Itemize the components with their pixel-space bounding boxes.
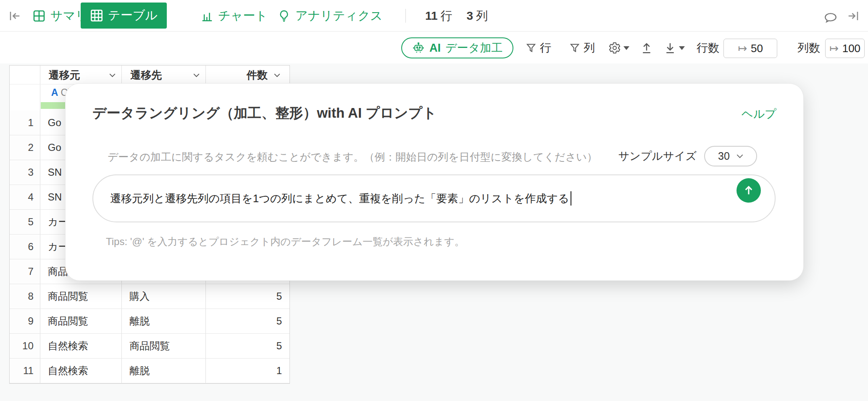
table-settings-button[interactable] — [608, 37, 629, 58]
summary-grid-icon — [32, 9, 46, 23]
upload-button[interactable] — [640, 37, 653, 58]
sample-size-value: 30 — [718, 150, 730, 162]
filter-columns-button[interactable]: 列 — [570, 37, 595, 58]
ai-button-prefix: AI — [429, 42, 441, 55]
tab-label: アナリティクス — [295, 8, 383, 24]
row-number[interactable]: 5 — [10, 210, 40, 234]
row-limit-input[interactable]: ↦ 50 — [723, 39, 777, 58]
cell-count[interactable]: 1 — [206, 359, 289, 383]
cell-transition-from[interactable]: 自然検索 — [40, 334, 122, 358]
modal-description: データの加工に関するタスクを頼むことができます。（例：開始日の列を日付型に変換し… — [108, 150, 597, 164]
divider — [405, 9, 406, 23]
gear-icon — [608, 42, 621, 54]
cell-transition-from[interactable]: 商品閲覧 — [40, 284, 122, 309]
maps-to-icon: ↦ — [738, 42, 747, 55]
comment-bubble-icon[interactable] — [823, 11, 838, 25]
tab-analytics[interactable]: アナリティクス — [277, 0, 383, 32]
table-row: 11自然検索離脱1 — [10, 359, 289, 383]
table-row: 8商品閲覧購入5 — [10, 284, 289, 309]
dimension-counts: 11 行 3 列 — [425, 0, 488, 32]
collapse-right-icon[interactable] — [847, 10, 860, 22]
chevron-down-icon[interactable] — [109, 73, 116, 77]
table-grid-icon — [90, 9, 103, 22]
submit-prompt-button[interactable] — [736, 178, 761, 203]
bar-chart-icon — [201, 10, 213, 22]
row-number[interactable]: 2 — [10, 135, 40, 160]
chevron-down-icon — [736, 154, 743, 158]
help-link[interactable]: ヘルプ — [742, 106, 776, 121]
cell-transition-from[interactable]: 商品閲覧 — [40, 309, 122, 333]
column-count: 3 列 — [467, 8, 488, 24]
row-number[interactable]: 7 — [10, 259, 40, 284]
column-limit-value: 100 — [842, 42, 860, 55]
row-number[interactable]: 6 — [10, 235, 40, 259]
app-window: サマリ テーブル チャート — [0, 0, 868, 401]
cell-transition-to[interactable]: 商品閲覧 — [122, 334, 205, 358]
maps-to-icon: ↦ — [829, 42, 839, 55]
column-limit-input[interactable]: ↦ 100 — [825, 39, 865, 58]
ai-wrangling-modal: データラングリング（加工、整形）with AI プロンプト ヘルプ データの加工… — [65, 83, 804, 281]
cell-transition-to[interactable]: 離脱 — [122, 309, 205, 333]
row-number[interactable]: 4 — [10, 185, 40, 209]
table-row: 10自然検索商品閲覧5 — [10, 334, 289, 359]
cell-count[interactable]: 5 — [206, 284, 289, 309]
ai-button-label: データ加工 — [445, 40, 502, 55]
table-header-row: 遷移元 遷移先 件数 — [10, 66, 289, 84]
ai-data-wrangling-button[interactable]: AI データ加工 — [401, 37, 513, 58]
download-icon — [664, 42, 676, 54]
modal-title: データラングリング（加工、整形）with AI プロンプト — [92, 104, 437, 123]
filter-columns-label: 列 — [584, 40, 595, 55]
funnel-icon — [570, 43, 580, 53]
download-button[interactable] — [664, 37, 685, 58]
sample-size-label: サンプルサイズ — [618, 149, 697, 164]
chevron-down-icon[interactable] — [274, 73, 280, 77]
sample-size-select[interactable]: 30 — [704, 146, 757, 166]
arrow-up-icon — [742, 184, 755, 197]
row-number[interactable]: 8 — [10, 284, 40, 309]
top-navigation-bar: サマリ テーブル チャート — [0, 0, 868, 32]
row-count: 11 行 — [425, 8, 452, 24]
row-number[interactable]: 9 — [10, 309, 40, 333]
cell-transition-to[interactable]: 離脱 — [122, 359, 205, 383]
corner-cell — [10, 84, 40, 111]
caret-down-icon — [623, 46, 629, 50]
row-number[interactable]: 1 — [10, 111, 40, 135]
tab-label: テーブル — [108, 7, 158, 24]
column-header-transition-from[interactable]: 遷移元 — [40, 66, 122, 84]
cell-transition-from[interactable]: 自然検索 — [40, 359, 122, 383]
lightbulb-icon — [277, 9, 291, 23]
tab-table[interactable]: テーブル — [81, 3, 167, 29]
chevron-down-icon[interactable] — [193, 73, 200, 77]
funnel-icon — [526, 43, 536, 53]
prompt-text-value: 遷移元列と遷移先列の項目を1つの列にまとめて、重複を削った「要素」のリストを作成… — [110, 191, 569, 206]
cell-count[interactable]: 5 — [206, 334, 289, 358]
row-limit-label: 行数 — [697, 37, 719, 58]
filter-rows-label: 行 — [540, 40, 551, 55]
robot-icon — [412, 42, 425, 54]
filter-rows-button[interactable]: 行 — [526, 37, 551, 58]
collapse-left-icon[interactable] — [8, 10, 21, 22]
ai-prompt-input[interactable]: 遷移元列と遷移先列の項目を1つの列にまとめて、重複を削った「要素」のリストを作成… — [92, 174, 776, 222]
row-number[interactable]: 10 — [10, 334, 40, 358]
tab-summary[interactable]: サマリ — [32, 0, 88, 32]
tab-label: チャート — [218, 8, 268, 24]
sample-size-group: サンプルサイズ 30 — [618, 146, 757, 166]
tab-chart[interactable]: チャート — [201, 0, 268, 32]
caret-down-icon — [679, 46, 685, 50]
row-number[interactable]: 3 — [10, 160, 40, 185]
type-letter: A — [51, 87, 58, 98]
column-header-transition-to[interactable]: 遷移先 — [122, 66, 205, 84]
corner-cell — [10, 66, 40, 84]
row-limit-value: 50 — [751, 42, 763, 55]
column-limit-label: 列数 — [797, 37, 820, 58]
table-row: 9商品閲覧離脱5 — [10, 309, 289, 334]
column-header-count[interactable]: 件数 — [206, 66, 289, 84]
cell-transition-to[interactable]: 購入 — [122, 284, 205, 309]
cell-count[interactable]: 5 — [206, 309, 289, 333]
text-cursor — [571, 191, 571, 206]
upload-icon — [640, 42, 653, 54]
modal-tips: Tips: '@' を入力するとプロジェクト内のデータフレーム一覧が表示されます… — [106, 235, 465, 248]
row-number[interactable]: 11 — [10, 359, 40, 383]
